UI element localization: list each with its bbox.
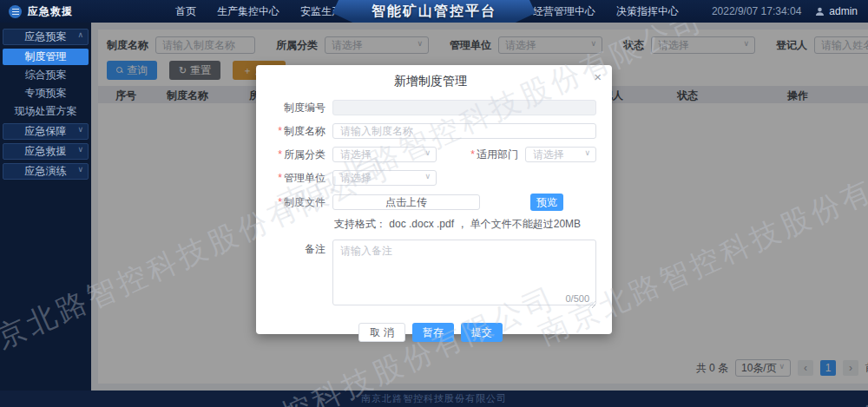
sidebar-group-emergency-rescue[interactable]: 应急救援 ∨ — [3, 143, 89, 160]
sidebar-group-label: 应急保障 — [25, 124, 67, 139]
submit-button[interactable]: 提交 — [461, 323, 503, 342]
nav-home[interactable]: 首页 — [175, 4, 196, 19]
page-footer: 南京北路智控科技股份有限公司 — [0, 391, 868, 407]
required-mark: * — [278, 148, 282, 161]
file-label: *制度文件 — [265, 195, 326, 210]
file-format-hint: 支持格式： doc .docx .pdf ， 单个文件不能超过20MB — [334, 217, 596, 232]
hamburger-icon — [12, 9, 19, 15]
nav-business-center[interactable]: 经营管理中心 — [533, 4, 595, 19]
sidebar-group-emergency-drill[interactable]: 应急演练 ∨ — [3, 163, 89, 180]
chevron-down-icon: ∨ — [77, 145, 83, 154]
code-label: 制度编号 — [265, 101, 326, 115]
sidebar-sublist: 制度管理 综合预案 专项预案 现场处置方案 — [0, 49, 91, 120]
user-icon — [815, 7, 825, 16]
system-name: 应急救援 — [28, 4, 73, 19]
chevron-down-icon: ∨ — [424, 172, 431, 181]
nav-decision-center[interactable]: 决策指挥中心 — [616, 4, 679, 19]
sidebar-item-comprehensive-plan[interactable]: 综合预案 — [3, 67, 89, 83]
top-header: 应急救援 首页 生产集控中心 安监生产中心 智能矿山管控平台 智能巡检中心 经营… — [0, 0, 868, 23]
save-draft-button[interactable]: 暂存 — [412, 323, 454, 342]
required-mark: * — [470, 148, 475, 161]
upload-button[interactable]: 点击上传 — [332, 194, 480, 210]
sidebar-group-label: 应急演练 — [25, 164, 67, 179]
app-root: 应急救援 首页 生产集控中心 安监生产中心 智能矿山管控平台 智能巡检中心 经营… — [0, 0, 868, 407]
menu-icon[interactable] — [9, 5, 22, 18]
select-placeholder: 请选择 — [340, 148, 372, 162]
page-title: 智能矿山管控平台 — [372, 3, 496, 21]
char-counter: 0/500 — [565, 293, 589, 304]
user-menu[interactable]: admin — [815, 5, 868, 17]
select-placeholder: 请选择 — [340, 171, 372, 186]
sidebar: 应急预案 ∧ 制度管理 综合预案 专项预案 现场处置方案 应急保障 ∨ 应急救援… — [0, 23, 91, 391]
sidebar-group-emergency-plan[interactable]: 应急预案 ∧ — [3, 29, 89, 45]
sidebar-group-label: 应急预案 — [25, 30, 67, 44]
modal-actions: 取 消 暂存 提交 — [265, 323, 596, 342]
datetime: 2022/9/07 17:34:04 — [712, 5, 801, 17]
modal-title: 新增制度管理 — [265, 74, 596, 89]
remark-label: 备注 — [265, 242, 326, 257]
sidebar-group-label: 应急救援 — [25, 144, 67, 159]
remark-textarea[interactable] — [332, 240, 596, 305]
code-input — [332, 100, 596, 115]
required-mark: * — [278, 172, 282, 184]
preview-button[interactable]: 预览 — [530, 194, 563, 211]
unit-select[interactable]: 请选择 ∨ — [332, 170, 437, 186]
cancel-button[interactable]: 取 消 — [358, 323, 404, 342]
required-mark: * — [278, 125, 282, 137]
required-mark: * — [278, 196, 282, 208]
chevron-down-icon: ∨ — [584, 148, 590, 157]
chevron-down-icon: ∨ — [77, 165, 83, 174]
company-name: 南京北路智控科技股份有限公司 — [361, 392, 507, 405]
sidebar-item-system-management[interactable]: 制度管理 — [3, 49, 89, 65]
chevron-down-icon: ∨ — [424, 148, 431, 157]
dept-select[interactable]: 请选择 ∨ — [525, 147, 596, 162]
chevron-down-icon: ∨ — [77, 125, 83, 134]
sidebar-item-special-plan[interactable]: 专项预案 — [3, 85, 89, 102]
nav-production-center[interactable]: 生产集控中心 — [217, 4, 279, 19]
select-placeholder: 请选择 — [533, 148, 564, 162]
username: admin — [829, 5, 858, 17]
name-label: *制度名称 — [265, 124, 326, 139]
title-banner: 智能矿山管控平台 — [332, 0, 536, 23]
sidebar-group-emergency-support[interactable]: 应急保障 ∨ — [3, 123, 89, 140]
category-label: *所属分类 — [265, 148, 326, 162]
name-input[interactable] — [332, 123, 596, 139]
close-icon[interactable]: × — [594, 70, 602, 83]
add-system-modal: 新增制度管理 × 制度编号 *制度名称 *所属分类 请选择 ∨ *适用部门 请选… — [256, 65, 612, 334]
chevron-up-icon: ∧ — [77, 30, 83, 39]
category-select[interactable]: 请选择 ∨ — [332, 147, 437, 162]
dept-label: *适用部门 — [468, 148, 518, 162]
sidebar-item-onsite-disposal[interactable]: 现场处置方案 — [3, 103, 89, 120]
unit-label: *管理单位 — [265, 171, 326, 186]
logo: 应急救援 — [0, 4, 73, 19]
